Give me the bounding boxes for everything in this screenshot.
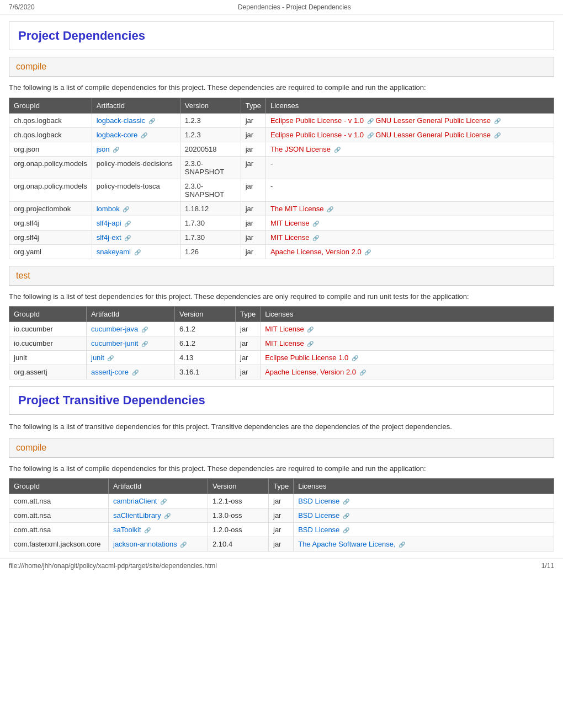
artifact-link[interactable]: slf4j-ext	[97, 233, 121, 242]
cell-version: 1.2.3	[180, 127, 241, 142]
test-table: GroupId ArtifactId Version Type Licenses…	[9, 306, 554, 379]
transitive-compile-section: compile	[9, 438, 554, 458]
artifact-link[interactable]: slf4j-api	[97, 219, 121, 227]
license-link[interactable]: Eclipse Public License 1.0	[265, 354, 348, 362]
cell-type: jar	[241, 179, 265, 201]
license-link[interactable]: MIT License	[265, 325, 304, 333]
license-link[interactable]: MIT License	[270, 219, 310, 227]
external-link-icon: 🔗	[359, 370, 366, 376]
cell-licenses: MIT License 🔗	[265, 230, 554, 244]
external-link-icon: 🔗	[148, 118, 155, 124]
license-link[interactable]: MIT License	[270, 233, 310, 242]
cell-groupid: com.att.nsa	[9, 523, 109, 537]
cell-licenses: Apache License, Version 2.0 🔗	[265, 244, 554, 259]
external-link-icon: 🔗	[307, 326, 314, 333]
th-licenses: Licenses	[265, 98, 554, 113]
cell-type: jar	[269, 494, 294, 508]
license-link[interactable]: The Apache Software License,	[298, 540, 395, 548]
cell-version: 20200518	[180, 142, 241, 156]
table-row: ch.qos.logbacklogback-core 🔗1.2.3jarEcli…	[9, 127, 554, 142]
artifact-link[interactable]: logback-classic	[97, 116, 145, 125]
artifact-link[interactable]: lombok	[97, 205, 120, 213]
cell-artifactid: cucumber-junit 🔗	[87, 336, 175, 351]
cell-artifactid: junit 🔗	[87, 351, 175, 365]
table-row: org.assertjassertj-core 🔗3.16.1jarApache…	[9, 365, 554, 379]
compile-description: The following is a list of compile depen…	[9, 82, 554, 93]
license-link[interactable]: MIT License	[265, 339, 304, 347]
table-row: com.att.nsasaClientLibrary 🔗1.3.0-ossjar…	[9, 508, 554, 523]
th-licenses-test: Licenses	[261, 307, 554, 322]
cell-artifactid: saClientLibrary 🔗	[109, 508, 208, 523]
artifact-link[interactable]: jackson-annotations	[113, 540, 177, 548]
cell-licenses: The JSON License 🔗	[265, 142, 554, 156]
cell-licenses: -	[265, 179, 554, 201]
license-link[interactable]: Eclipse Public License - v 1.0	[270, 116, 364, 125]
cell-artifactid: policy-models-tosca	[92, 179, 180, 201]
cell-groupid: org.onap.policy.models	[9, 179, 92, 201]
artifact-link[interactable]: cucumber-junit	[91, 339, 138, 347]
external-link-icon: 🔗	[307, 341, 314, 347]
cell-licenses: MIT License 🔗	[261, 322, 554, 336]
table-row: com.fasterxml.jackson.corejackson-annota…	[9, 537, 554, 552]
license-link[interactable]: GNU Lesser General Public License	[375, 131, 491, 139]
artifact-link[interactable]: assertj-core	[91, 368, 129, 376]
external-link-icon: 🔗	[144, 527, 151, 533]
external-link-icon: 🔗	[141, 132, 147, 138]
table-row: org.slf4jslf4j-api 🔗1.7.30jarMIT License…	[9, 216, 554, 230]
cell-type: jar	[269, 523, 294, 537]
th-groupid-tc: GroupId	[9, 479, 109, 494]
artifact-link[interactable]: json	[97, 145, 110, 153]
cell-type: jar	[241, 230, 265, 244]
cell-artifactid: jackson-annotations 🔗	[109, 537, 208, 552]
cell-version: 1.3.0-oss	[208, 508, 269, 523]
test-section: test	[9, 266, 554, 286]
cell-type: jar	[241, 127, 265, 142]
compile-table-header-row: GroupId ArtifactId Version Type Licenses	[9, 98, 554, 113]
cell-type: jar	[269, 537, 294, 552]
top-bar: 7/6/2020 Dependencies - Project Dependen…	[0, 0, 563, 15]
license-link[interactable]: Eclipse Public License - v 1.0	[270, 131, 364, 139]
cell-licenses: -	[265, 156, 554, 179]
external-link-icon: 🔗	[494, 132, 501, 138]
cell-licenses: The Apache Software License, 🔗	[294, 537, 554, 552]
license-link[interactable]: BSD License	[298, 526, 339, 534]
cell-version: 3.16.1	[175, 365, 236, 379]
artifact-link[interactable]: snakeyaml	[97, 248, 131, 256]
external-link-icon: 🔗	[132, 370, 139, 376]
license-link[interactable]: BSD License	[298, 497, 339, 505]
artifact-link[interactable]: logback-core	[97, 131, 137, 139]
license-link[interactable]: The JSON License	[270, 145, 331, 153]
cell-groupid: org.projectlombok	[9, 201, 92, 216]
cell-artifactid: logback-core 🔗	[92, 127, 180, 142]
artifact-link[interactable]: cambriaClient	[113, 497, 157, 505]
artifact-link[interactable]: junit	[91, 354, 104, 362]
license-link[interactable]: BSD License	[298, 511, 339, 520]
external-link-icon: 🔗	[312, 221, 319, 227]
artifact-link[interactable]: saClientLibrary	[113, 511, 161, 520]
cell-licenses: MIT License 🔗	[265, 216, 554, 230]
cell-licenses: BSD License 🔗	[294, 494, 554, 508]
cell-licenses: BSD License 🔗	[294, 523, 554, 537]
date: 7/6/2020	[9, 3, 35, 11]
cell-artifactid: lombok 🔗	[92, 201, 180, 216]
cell-artifactid: policy-models-decisions	[92, 156, 180, 179]
table-row: com.att.nsasaToolkit 🔗1.2.0-ossjarBSD Li…	[9, 523, 554, 537]
cell-type: jar	[269, 508, 294, 523]
cell-type: jar	[241, 142, 265, 156]
artifact-link[interactable]: saToolkit	[113, 526, 141, 534]
external-link-icon: 🔗	[160, 499, 167, 505]
cell-version: 1.2.0-oss	[208, 523, 269, 537]
license-link[interactable]: GNU Lesser General Public License	[375, 116, 491, 125]
external-link-icon: 🔗	[343, 513, 349, 519]
external-link-icon: 🔗	[352, 355, 358, 361]
external-link-icon: 🔗	[124, 235, 131, 241]
license-link[interactable]: Apache License, Version 2.0	[270, 248, 362, 256]
bottom-bar: file:///home/jhh/onap/git/policy/xacml-p…	[0, 558, 563, 573]
artifact-link[interactable]: cucumber-java	[91, 325, 138, 333]
license-link[interactable]: The MIT License	[270, 205, 324, 213]
license-link[interactable]: Apache License, Version 2.0	[265, 368, 356, 376]
cell-version: 6.1.2	[175, 336, 236, 351]
compile-section: compile	[9, 57, 554, 77]
cell-groupid: org.slf4j	[9, 216, 92, 230]
cell-groupid: ch.qos.logback	[9, 127, 92, 142]
